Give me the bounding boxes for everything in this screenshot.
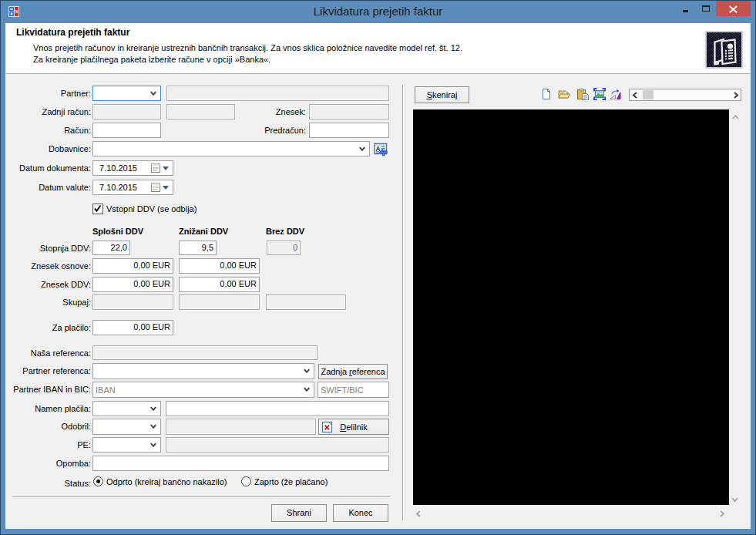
svg-text:A: A — [376, 145, 381, 153]
